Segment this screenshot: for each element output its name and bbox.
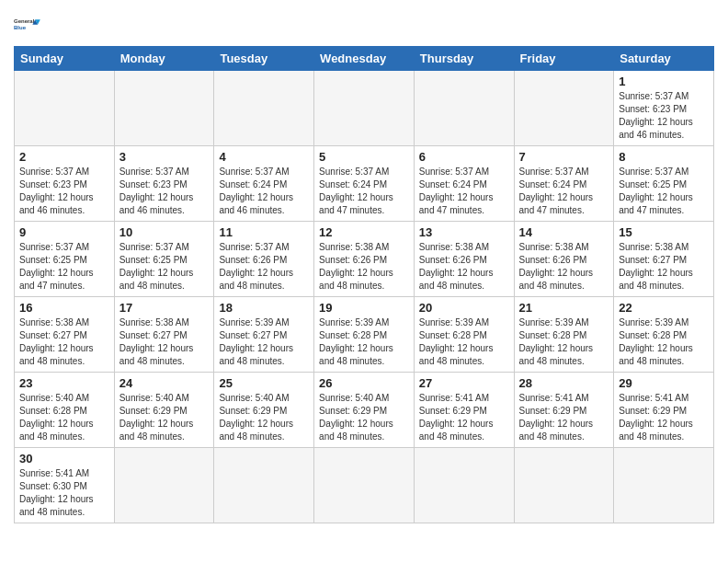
calendar-cell bbox=[314, 71, 415, 146]
calendar-cell bbox=[214, 448, 314, 523]
day-header-tuesday: Tuesday bbox=[214, 47, 314, 71]
day-header-monday: Monday bbox=[114, 47, 214, 71]
calendar-cell bbox=[414, 71, 514, 146]
day-info: Sunrise: 5:38 AMSunset: 6:26 PMDaylight:… bbox=[419, 241, 509, 293]
day-number: 10 bbox=[119, 225, 210, 239]
day-info: Sunrise: 5:37 AMSunset: 6:23 PMDaylight:… bbox=[119, 166, 210, 217]
calendar-cell: 11Sunrise: 5:37 AMSunset: 6:26 PMDayligh… bbox=[214, 222, 314, 297]
calendar-cell: 1Sunrise: 5:37 AMSunset: 6:23 PMDaylight… bbox=[614, 71, 714, 146]
calendar-cell bbox=[114, 448, 214, 523]
calendar-week-row: 16Sunrise: 5:38 AMSunset: 6:27 PMDayligh… bbox=[15, 297, 714, 373]
calendar-cell bbox=[414, 448, 514, 523]
svg-text:Blue: Blue bbox=[14, 25, 27, 30]
day-header-sunday: Sunday bbox=[15, 47, 115, 71]
day-info: Sunrise: 5:38 AMSunset: 6:27 PMDaylight:… bbox=[19, 316, 109, 368]
day-number: 1 bbox=[619, 75, 709, 88]
day-info: Sunrise: 5:40 AMSunset: 6:29 PMDaylight:… bbox=[219, 392, 309, 443]
day-number: 16 bbox=[19, 301, 109, 315]
day-info: Sunrise: 5:41 AMSunset: 6:29 PMDaylight:… bbox=[419, 392, 509, 443]
calendar-week-row: 30Sunrise: 5:41 AMSunset: 6:30 PMDayligh… bbox=[15, 448, 714, 523]
day-number: 15 bbox=[619, 225, 709, 239]
day-info: Sunrise: 5:41 AMSunset: 6:29 PMDaylight:… bbox=[619, 392, 709, 443]
calendar-cell: 14Sunrise: 5:38 AMSunset: 6:26 PMDayligh… bbox=[514, 222, 614, 297]
day-info: Sunrise: 5:41 AMSunset: 6:29 PMDaylight:… bbox=[519, 392, 609, 443]
day-number: 9 bbox=[19, 225, 109, 239]
calendar-table: SundayMondayTuesdayWednesdayThursdayFrid… bbox=[14, 46, 714, 523]
logo: GeneralBlue bbox=[14, 9, 43, 39]
calendar-cell bbox=[314, 448, 415, 523]
calendar-cell: 23Sunrise: 5:40 AMSunset: 6:28 PMDayligh… bbox=[15, 373, 115, 448]
calendar-cell: 3Sunrise: 5:37 AMSunset: 6:23 PMDaylight… bbox=[114, 146, 214, 222]
calendar-cell bbox=[15, 71, 115, 146]
calendar-cell: 28Sunrise: 5:41 AMSunset: 6:29 PMDayligh… bbox=[514, 373, 614, 448]
calendar-header-row: SundayMondayTuesdayWednesdayThursdayFrid… bbox=[15, 47, 714, 71]
day-info: Sunrise: 5:39 AMSunset: 6:28 PMDaylight:… bbox=[619, 316, 709, 368]
day-info: Sunrise: 5:40 AMSunset: 6:28 PMDaylight:… bbox=[19, 392, 109, 443]
day-info: Sunrise: 5:38 AMSunset: 6:26 PMDaylight:… bbox=[319, 241, 409, 293]
day-info: Sunrise: 5:39 AMSunset: 6:27 PMDaylight:… bbox=[219, 316, 309, 368]
day-info: Sunrise: 5:37 AMSunset: 6:25 PMDaylight:… bbox=[19, 241, 109, 293]
calendar-cell: 19Sunrise: 5:39 AMSunset: 6:28 PMDayligh… bbox=[314, 297, 415, 373]
day-number: 13 bbox=[419, 225, 509, 239]
calendar-cell: 10Sunrise: 5:37 AMSunset: 6:25 PMDayligh… bbox=[114, 222, 214, 297]
calendar-cell: 5Sunrise: 5:37 AMSunset: 6:24 PMDaylight… bbox=[314, 146, 415, 222]
day-info: Sunrise: 5:38 AMSunset: 6:27 PMDaylight:… bbox=[119, 316, 210, 368]
day-info: Sunrise: 5:38 AMSunset: 6:26 PMDaylight:… bbox=[519, 241, 609, 293]
calendar-cell: 7Sunrise: 5:37 AMSunset: 6:24 PMDaylight… bbox=[514, 146, 614, 222]
day-number: 19 bbox=[319, 301, 409, 315]
calendar-cell: 6Sunrise: 5:37 AMSunset: 6:24 PMDaylight… bbox=[414, 146, 514, 222]
day-number: 21 bbox=[519, 301, 609, 315]
calendar-cell: 26Sunrise: 5:40 AMSunset: 6:29 PMDayligh… bbox=[314, 373, 415, 448]
calendar-cell: 30Sunrise: 5:41 AMSunset: 6:30 PMDayligh… bbox=[15, 448, 115, 523]
calendar-cell: 15Sunrise: 5:38 AMSunset: 6:27 PMDayligh… bbox=[614, 222, 714, 297]
calendar-cell bbox=[114, 71, 214, 146]
day-info: Sunrise: 5:37 AMSunset: 6:25 PMDaylight:… bbox=[119, 241, 210, 293]
day-number: 25 bbox=[219, 376, 309, 390]
calendar-cell: 21Sunrise: 5:39 AMSunset: 6:28 PMDayligh… bbox=[514, 297, 614, 373]
calendar-cell: 17Sunrise: 5:38 AMSunset: 6:27 PMDayligh… bbox=[114, 297, 214, 373]
day-number: 6 bbox=[419, 150, 509, 164]
day-info: Sunrise: 5:40 AMSunset: 6:29 PMDaylight:… bbox=[319, 392, 409, 443]
calendar-week-row: 1Sunrise: 5:37 AMSunset: 6:23 PMDaylight… bbox=[15, 71, 714, 146]
calendar-week-row: 2Sunrise: 5:37 AMSunset: 6:23 PMDaylight… bbox=[15, 146, 714, 222]
calendar-cell bbox=[614, 448, 714, 523]
calendar-cell: 8Sunrise: 5:37 AMSunset: 6:25 PMDaylight… bbox=[614, 146, 714, 222]
day-info: Sunrise: 5:37 AMSunset: 6:24 PMDaylight:… bbox=[419, 166, 509, 217]
day-info: Sunrise: 5:37 AMSunset: 6:24 PMDaylight:… bbox=[319, 166, 409, 217]
day-number: 24 bbox=[119, 376, 210, 390]
day-info: Sunrise: 5:37 AMSunset: 6:26 PMDaylight:… bbox=[219, 241, 309, 293]
day-number: 22 bbox=[619, 301, 709, 315]
calendar-cell: 18Sunrise: 5:39 AMSunset: 6:27 PMDayligh… bbox=[214, 297, 314, 373]
day-info: Sunrise: 5:38 AMSunset: 6:27 PMDaylight:… bbox=[619, 241, 709, 293]
calendar-week-row: 23Sunrise: 5:40 AMSunset: 6:28 PMDayligh… bbox=[15, 373, 714, 448]
day-number: 23 bbox=[19, 376, 109, 390]
calendar-week-row: 9Sunrise: 5:37 AMSunset: 6:25 PMDaylight… bbox=[15, 222, 714, 297]
svg-text:General: General bbox=[14, 18, 35, 24]
day-number: 14 bbox=[519, 225, 609, 239]
day-number: 7 bbox=[519, 150, 609, 164]
day-info: Sunrise: 5:39 AMSunset: 6:28 PMDaylight:… bbox=[519, 316, 609, 368]
calendar-cell bbox=[214, 71, 314, 146]
calendar-cell bbox=[514, 448, 614, 523]
day-info: Sunrise: 5:40 AMSunset: 6:29 PMDaylight:… bbox=[119, 392, 210, 443]
day-number: 12 bbox=[319, 225, 409, 239]
day-info: Sunrise: 5:37 AMSunset: 6:23 PMDaylight:… bbox=[619, 90, 709, 142]
calendar-cell: 9Sunrise: 5:37 AMSunset: 6:25 PMDaylight… bbox=[15, 222, 115, 297]
day-number: 3 bbox=[119, 150, 210, 164]
day-number: 28 bbox=[519, 376, 609, 390]
calendar-cell: 16Sunrise: 5:38 AMSunset: 6:27 PMDayligh… bbox=[15, 297, 115, 373]
calendar-cell: 4Sunrise: 5:37 AMSunset: 6:24 PMDaylight… bbox=[214, 146, 314, 222]
calendar-cell: 22Sunrise: 5:39 AMSunset: 6:28 PMDayligh… bbox=[614, 297, 714, 373]
calendar-cell: 27Sunrise: 5:41 AMSunset: 6:29 PMDayligh… bbox=[414, 373, 514, 448]
day-header-friday: Friday bbox=[514, 47, 614, 71]
calendar-cell: 20Sunrise: 5:39 AMSunset: 6:28 PMDayligh… bbox=[414, 297, 514, 373]
day-number: 20 bbox=[419, 301, 509, 315]
day-header-wednesday: Wednesday bbox=[314, 47, 415, 71]
day-info: Sunrise: 5:41 AMSunset: 6:30 PMDaylight:… bbox=[19, 467, 109, 519]
day-info: Sunrise: 5:37 AMSunset: 6:25 PMDaylight:… bbox=[619, 166, 709, 217]
day-header-thursday: Thursday bbox=[414, 47, 514, 71]
header: GeneralBlue bbox=[14, 9, 714, 39]
calendar-cell: 13Sunrise: 5:38 AMSunset: 6:26 PMDayligh… bbox=[414, 222, 514, 297]
day-info: Sunrise: 5:37 AMSunset: 6:24 PMDaylight:… bbox=[219, 166, 309, 217]
day-info: Sunrise: 5:39 AMSunset: 6:28 PMDaylight:… bbox=[419, 316, 509, 368]
